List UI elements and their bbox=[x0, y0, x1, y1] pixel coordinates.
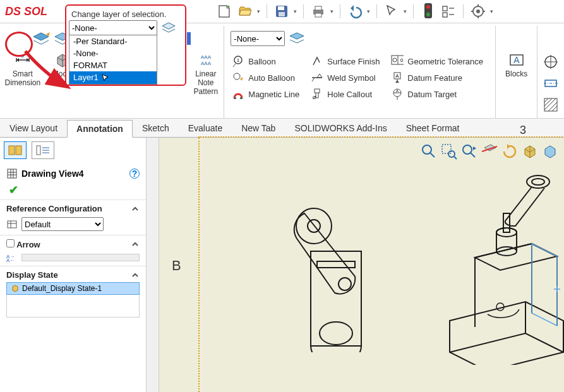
shaded-icon[interactable] bbox=[541, 143, 559, 160]
geometric-tolerance-button[interactable]: 0.3Geometric Tolerance bbox=[388, 54, 486, 69]
undo-button[interactable] bbox=[347, 3, 363, 20]
hole-callout-button[interactable]: ØHole Callout bbox=[308, 86, 382, 102]
svg-point-42 bbox=[393, 58, 397, 62]
tab-solidworks-addins[interactable]: SOLIDWORKS Add-Ins bbox=[285, 119, 396, 137]
svg-text:A: A bbox=[513, 55, 520, 65]
blocks-button[interactable]: A Blocks bbox=[501, 50, 532, 80]
linear-note-pattern-button[interactable]: AAAAAA LinearNotePattern bbox=[190, 50, 222, 97]
layer-top-select[interactable]: -None- bbox=[231, 31, 285, 46]
ok-icon[interactable]: ✔ bbox=[6, 184, 18, 196]
svg-point-14 bbox=[476, 9, 480, 13]
tab-view-layout[interactable]: View Layout bbox=[0, 119, 67, 137]
layer-item-layer1[interactable]: Layer1 bbox=[69, 71, 157, 84]
row-b-label: B bbox=[172, 258, 181, 274]
drawing-view-icon bbox=[6, 168, 18, 179]
auto-balloon-button[interactable]: Auto Balloon bbox=[229, 70, 302, 85]
config-select[interactable]: Default bbox=[21, 217, 104, 231]
datum-target-button[interactable]: ADatum Target bbox=[388, 86, 486, 102]
layer-move-icon[interactable] bbox=[161, 21, 176, 34]
datum-feature-button[interactable]: ADatum Feature bbox=[388, 70, 486, 85]
arrow-input[interactable] bbox=[21, 254, 140, 261]
svg-text:1: 1 bbox=[237, 57, 240, 63]
side-scrollbar[interactable] bbox=[147, 138, 159, 392]
drawing-canvas[interactable]: B bbox=[159, 138, 564, 392]
svg-point-94 bbox=[527, 175, 549, 188]
svg-line-83 bbox=[471, 153, 475, 157]
display-state-list[interactable] bbox=[6, 295, 140, 318]
tab-new-tab[interactable]: New Tab bbox=[232, 119, 285, 137]
collapse-icon[interactable] bbox=[131, 205, 140, 213]
svg-text:ø: ø bbox=[21, 53, 24, 59]
ribbon-col-datum: 0.3Geometric Tolerance ADatum Feature AD… bbox=[388, 54, 486, 102]
svg-line-59 bbox=[544, 98, 552, 106]
balloon-button[interactable]: 1Balloon bbox=[229, 54, 302, 69]
centerline-icon[interactable] bbox=[543, 75, 559, 92]
svg-line-61 bbox=[548, 102, 557, 111]
hatch-icon[interactable] bbox=[543, 97, 559, 113]
svg-rect-69 bbox=[8, 169, 16, 178]
zoom-fit-icon[interactable] bbox=[420, 143, 438, 160]
svg-rect-34 bbox=[234, 97, 236, 99]
settings-button[interactable] bbox=[470, 3, 486, 20]
tab-evaluate[interactable]: Evaluate bbox=[179, 119, 232, 137]
svg-rect-5 bbox=[315, 13, 321, 17]
save-button[interactable] bbox=[273, 3, 290, 20]
layer-select[interactable]: -None- bbox=[69, 20, 157, 35]
zoom-area-icon[interactable] bbox=[440, 143, 458, 160]
options-button[interactable] bbox=[440, 3, 457, 20]
magnetic-line-button[interactable]: Magnetic Line bbox=[229, 86, 302, 102]
help-icon[interactable]: ? bbox=[129, 169, 140, 179]
view-toolbar bbox=[420, 143, 559, 160]
layer-item-none[interactable]: -None- bbox=[69, 47, 157, 59]
tab-sheet-format[interactable]: Sheet Format bbox=[397, 119, 469, 137]
svg-rect-86 bbox=[317, 261, 355, 268]
ribbon-col-surface: Surface Finish Weld Symbol ØHole Callout bbox=[308, 54, 382, 102]
svg-line-32 bbox=[233, 64, 236, 67]
pm-tab-list[interactable] bbox=[32, 141, 54, 159]
blocks-label: Blocks bbox=[505, 70, 527, 79]
ribbon-group-misc bbox=[537, 26, 564, 118]
svg-rect-10 bbox=[443, 13, 447, 17]
smart-dimension-label: SmartDimension bbox=[4, 70, 40, 88]
layer-stack-icon[interactable] bbox=[289, 32, 305, 45]
new-button[interactable] bbox=[217, 3, 233, 20]
svg-rect-2 bbox=[279, 12, 285, 16]
pm-title: Drawing View4 bbox=[21, 169, 84, 179]
svg-text:A: A bbox=[396, 89, 399, 93]
tab-annotation[interactable]: Annotation bbox=[67, 120, 133, 138]
section-view-icon[interactable] bbox=[481, 143, 498, 160]
surface-finish-button[interactable]: Surface Finish bbox=[308, 54, 382, 69]
print-button[interactable] bbox=[310, 3, 327, 20]
drawing-view-iso bbox=[437, 169, 564, 365]
pm-tab-main[interactable] bbox=[4, 141, 27, 159]
tab-sketch[interactable]: Sketch bbox=[133, 119, 179, 137]
arrow-checkbox[interactable] bbox=[6, 239, 15, 247]
smart-dimension-button[interactable]: ø SmartDimension bbox=[2, 50, 43, 89]
svg-text:AAA: AAA bbox=[201, 54, 212, 60]
select-button[interactable] bbox=[383, 3, 400, 20]
centermark-icon[interactable] bbox=[543, 54, 559, 70]
weld-symbol-button[interactable]: Weld Symbol bbox=[308, 70, 382, 85]
property-manager: Drawing View4 ? ✔ Reference Configuratio… bbox=[0, 138, 147, 392]
traffic-icon[interactable] bbox=[420, 3, 436, 20]
svg-text:A←: A← bbox=[6, 258, 15, 262]
zoom-prev-icon[interactable] bbox=[460, 143, 478, 160]
layer-item-per-standard[interactable]: -Per Standard- bbox=[69, 35, 157, 47]
quick-access-toolbar: ▾ ▾ ▾ ▾ ▾ ▾ bbox=[217, 3, 493, 20]
collapse-icon[interactable] bbox=[131, 240, 140, 249]
rotate-view-icon[interactable] bbox=[501, 143, 519, 160]
layer-toolbar-icon[interactable] bbox=[32, 32, 50, 45]
open-button[interactable] bbox=[237, 3, 253, 20]
svg-point-8 bbox=[426, 13, 430, 16]
svg-rect-9 bbox=[443, 6, 447, 11]
svg-point-89 bbox=[339, 278, 351, 290]
svg-line-58 bbox=[544, 98, 548, 102]
layer-item-format[interactable]: FORMAT bbox=[69, 59, 157, 71]
display-mode-icon[interactable] bbox=[521, 143, 539, 160]
svg-text:A: A bbox=[396, 73, 400, 79]
linear-note-pattern-label: LinearNotePattern bbox=[194, 70, 219, 96]
svg-rect-63 bbox=[9, 146, 15, 155]
svg-rect-4 bbox=[315, 6, 321, 10]
collapse-icon[interactable] bbox=[131, 271, 140, 280]
display-state-selected[interactable]: Default_Display State-1 bbox=[6, 282, 140, 295]
